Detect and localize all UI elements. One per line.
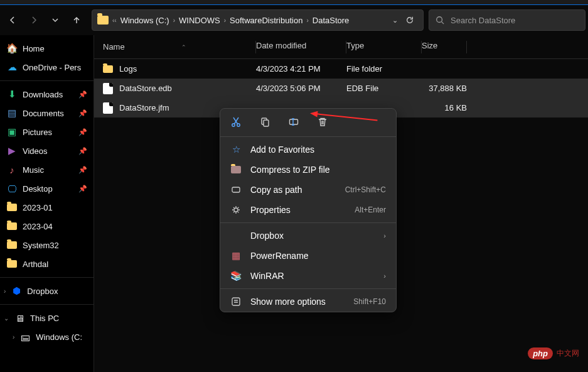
chevron-right-icon: › [383,232,386,239]
file-name: DataStore.jfm [119,103,169,112]
sidebar-item-2023-04[interactable]: 2023-04 [0,217,94,236]
expand-icon[interactable]: › [13,334,14,341]
breadcrumb-segment[interactable]: SoftwareDistribution [230,16,302,25]
music-icon: ♪ [6,164,18,175]
column-size-header[interactable]: Size [422,41,467,53]
file-name: DataStore.edb [119,84,172,93]
sidebar-item-arthdal[interactable]: Arthdal [0,254,94,273]
ctx-properties[interactable]: Properties Alt+Enter [220,200,396,220]
ctx-add-favorites[interactable]: ☆ Add to Favorites [220,140,396,160]
zip-icon [230,164,242,175]
ctx-copy-path[interactable]: Copy as path Ctrl+Shift+C [220,180,396,200]
pc-icon: 🖥 [14,312,25,324]
sidebar-item-system32[interactable]: System32 [0,236,94,254]
sidebar-item-label: Desktop [23,184,53,194]
ctx-powerrename[interactable]: ▦ PowerRename [220,246,396,266]
file-row[interactable]: Logs4/3/2023 4:21 PMFile folder [94,59,588,79]
sidebar-item-onedrive[interactable]: ☁ OneDrive - Pers › [0,58,94,77]
sidebar-item-thispc[interactable]: ⌄ 🖥 This PC [0,309,94,327]
home-icon: 🏠 [6,43,18,54]
cut-button[interactable] [229,115,243,129]
refresh-button[interactable] [405,16,414,25]
ctx-label: Add to Favorites [250,145,386,155]
vid-icon: ▶ [6,145,18,156]
sidebar-item-pictures[interactable]: ▣Pictures📌 [0,123,94,141]
chevron-icon: ‹‹ [112,17,117,24]
file-type: File folder [346,64,422,74]
blank-icon [230,230,242,241]
chevron-right-icon: › [383,272,386,280]
ctx-winrar[interactable]: 📚 WinRAR › [220,266,396,286]
file-date: 4/3/2023 4:21 PM [256,64,346,74]
file-date: 4/3/2023 5:06 PM [256,84,346,93]
svg-point-2 [237,124,240,126]
file-type: EDB File [346,84,422,93]
column-date-header[interactable]: Date modified [256,41,346,53]
pin-icon: 📌 [78,185,87,193]
chevron-right-icon: › [173,17,175,24]
address-bar[interactable]: ‹‹ Windows (C:) › WINDOWS › SoftwareDist… [92,9,424,31]
column-type-header[interactable]: Type [346,41,422,53]
search-placeholder: Search DataStore [451,16,515,25]
sidebar-item-dropbox[interactable]: › ⬢ Dropbox [0,282,94,300]
ctx-label: Dropbox [250,231,375,241]
sidebar-item-label: 2023-04 [23,222,53,231]
nav-back-button[interactable] [3,10,23,30]
ctx-dropbox[interactable]: Dropbox › [220,226,396,246]
pin-icon: 📌 [78,128,87,136]
more-icon [230,296,242,307]
sidebar-item-home[interactable]: 🏠 Home [0,39,94,58]
chevron-right-icon: › [224,17,226,24]
download-icon: ⬇ [6,89,18,100]
file-row[interactable]: DataStore.edb4/3/2023 5:06 PMEDB File37,… [94,79,588,98]
sidebar-item-desktop[interactable]: 🖵Desktop📌 [0,179,94,198]
chevron-right-icon: › [306,17,308,24]
dropbox-icon: ⬢ [11,285,22,297]
sidebar-item-videos[interactable]: ▶Videos📌 [0,141,94,160]
pic-icon: ▣ [6,126,18,138]
folder-icon [6,239,18,251]
rename-button[interactable] [287,115,301,129]
sidebar-item-drive[interactable]: › 🖴 Windows (C: [0,327,94,346]
breadcrumb-segment[interactable]: DataStore [313,16,350,25]
svg-rect-5 [290,119,298,124]
search-input[interactable]: Search DataStore [429,9,585,31]
star-icon: ☆ [230,144,242,155]
sidebar-item-2023-01[interactable]: 2023-01 [0,198,94,217]
expand-icon[interactable]: ⌄ [4,315,9,322]
context-menu: ☆ Add to Favorites Compress to ZIP file … [220,108,397,312]
chevron-down-icon[interactable]: ⌄ [392,16,398,25]
expand-icon[interactable]: › [4,288,6,295]
nav-up-button[interactable] [67,10,87,30]
column-name-header[interactable]: Name ⌃ [103,41,256,53]
sidebar-item-music[interactable]: ♪Music📌 [0,160,94,179]
ctx-show-more[interactable]: Show more options Shift+F10 [220,292,396,312]
sidebar-item-label: System32 [23,241,59,250]
ctx-label: Copy as path [250,185,336,195]
sort-indicator-icon: ⌃ [181,44,186,50]
powerrename-icon: ▦ [230,250,242,261]
file-icon [103,102,113,114]
sidebar-item-label: Windows (C: [36,332,82,342]
file-size: 37,888 KB [422,84,467,93]
delete-button[interactable] [316,115,329,129]
svg-rect-8 [232,298,240,305]
navigation-pane: 🏠 Home ☁ OneDrive - Pers › ⬇Downloads📌▤D… [0,35,94,372]
nav-recent-button[interactable] [45,10,65,30]
sidebar-item-downloads[interactable]: ⬇Downloads📌 [0,85,94,104]
sidebar-item-label: 2023-01 [23,203,53,212]
watermark-badge: php [528,347,553,359]
sidebar-item-label: Music [23,165,44,175]
copy-button[interactable] [258,115,272,129]
nav-forward-button[interactable] [24,10,44,30]
folder-icon [103,65,113,73]
sidebar-item-documents[interactable]: ▤Documents📌 [0,104,94,123]
properties-icon [230,204,242,216]
sidebar-item-label: OneDrive - Pers [23,63,81,72]
breadcrumb-segment[interactable]: Windows (C:) [120,16,169,25]
breadcrumb-segment[interactable]: WINDOWS [179,16,220,25]
drive-icon: 🖴 [19,331,31,342]
sidebar-item-label: Downloads [23,90,63,99]
winrar-icon: 📚 [230,270,242,282]
ctx-compress-zip[interactable]: Compress to ZIP file [220,160,396,180]
